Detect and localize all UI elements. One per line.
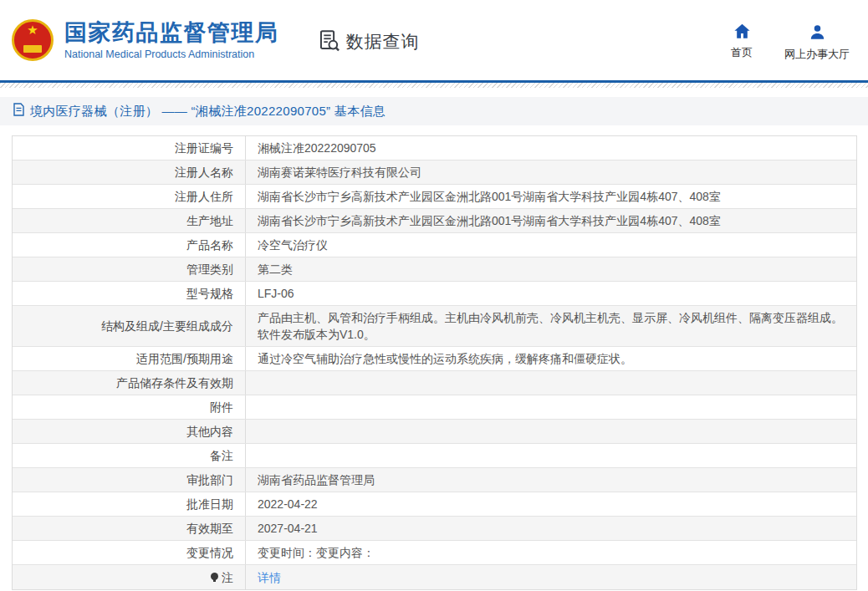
row-value: 2027-04-21 bbox=[246, 517, 856, 540]
row-value: 湖南省药品监督管理局 bbox=[246, 468, 856, 492]
row-value: 湖南省长沙市宁乡高新技术产业园区金洲北路001号湖南省大学科技产业园4栋407、… bbox=[246, 185, 856, 208]
row-label: 注册人住所 bbox=[13, 185, 246, 208]
row-label-text: 型号规格 bbox=[186, 285, 233, 302]
brand-text: 国家药品监督管理局 National Medical Products Admi… bbox=[64, 19, 279, 62]
header-hatch-band bbox=[0, 83, 868, 88]
row-label-text: 管理类别 bbox=[186, 261, 233, 278]
page-title: 境内医疗器械（注册） —— “湘械注准20222090705” 基本信息 bbox=[30, 104, 385, 120]
table-row: 管理类别第二类 bbox=[13, 257, 856, 282]
table-row: 有效期至2027-04-21 bbox=[13, 517, 856, 541]
document-search-icon bbox=[318, 29, 340, 55]
table-row: 审批部门湖南省药品监督管理局 bbox=[13, 468, 856, 492]
row-value: 湘械注准20222090705 bbox=[246, 136, 856, 160]
row-value: 湖南赛诺莱特医疗科技有限公司 bbox=[246, 160, 856, 184]
row-value: 2022-04-22 bbox=[246, 492, 856, 516]
row-label: 适用范围/预期用途 bbox=[13, 347, 246, 370]
table-row: 批准日期2022-04-22 bbox=[13, 492, 856, 517]
row-value: 通过冷空气辅助治疗急性或慢性的运动系统疾病，缓解疼痛和僵硬症状。 bbox=[246, 347, 856, 370]
table-row: 备注 bbox=[13, 444, 856, 468]
nav-item-label: 网上办事大厅 bbox=[784, 47, 850, 62]
org-name-zh: 国家药品监督管理局 bbox=[64, 19, 279, 46]
table-row: 型号规格LFJ-06 bbox=[13, 282, 856, 306]
table-row: 结构及组成/主要组成成分产品由主机、风管和治疗手柄组成。主机由冷风机前壳、冷风机… bbox=[13, 306, 856, 347]
info-table: 注册证编号湘械注准20222090705注册人名称湖南赛诺莱特医疗科技有限公司注… bbox=[12, 135, 857, 590]
org-name-en: National Medical Products Administration bbox=[64, 48, 279, 62]
row-label: 生产地址 bbox=[13, 209, 246, 232]
row-label: 审批部门 bbox=[13, 468, 246, 492]
row-label: 附件 bbox=[13, 395, 246, 419]
table-row: 注册人名称湖南赛诺莱特医疗科技有限公司 bbox=[13, 160, 856, 185]
row-label: 注 bbox=[13, 565, 246, 589]
nav-item-home[interactable]: 首页 bbox=[731, 23, 753, 62]
row-value: 冷空气治疗仪 bbox=[246, 233, 856, 257]
home-icon bbox=[733, 23, 751, 43]
row-label-text: 附件 bbox=[210, 399, 233, 415]
nav-item-label: 首页 bbox=[731, 45, 753, 60]
site-header: ★ 国家药品监督管理局 National Medical Products Ad… bbox=[0, 0, 868, 80]
row-label: 注册证编号 bbox=[13, 136, 246, 160]
row-label: 变更情况 bbox=[13, 541, 246, 564]
table-row: 适用范围/预期用途通过冷空气辅助治疗急性或慢性的运动系统疾病，缓解疼痛和僵硬症状… bbox=[13, 347, 856, 371]
table-row: 产品名称冷空气治疗仪 bbox=[13, 233, 856, 257]
row-label-text: 结构及组成/主要组成成分 bbox=[101, 318, 233, 334]
table-row: 其他内容 bbox=[13, 420, 856, 444]
document-icon bbox=[13, 103, 24, 120]
row-label: 备注 bbox=[13, 444, 246, 467]
row-value: 第二类 bbox=[246, 257, 856, 281]
row-label-text: 备注 bbox=[210, 447, 233, 464]
row-label-text: 有效期至 bbox=[186, 520, 233, 537]
row-value: 产品由主机、风管和治疗手柄组成。主机由冷风机前壳、冷风机主机壳、显示屏、冷风机组… bbox=[246, 306, 856, 346]
row-label-text: 注册人住所 bbox=[175, 188, 233, 205]
table-row: 变更情况变更时间：变更内容： bbox=[13, 541, 856, 565]
data-query-section[interactable]: 数据查询 bbox=[318, 29, 420, 55]
row-label: 产品名称 bbox=[13, 233, 246, 257]
row-label: 其他内容 bbox=[13, 420, 246, 443]
nav-item-service-hall[interactable]: 网上办事大厅 bbox=[784, 23, 850, 62]
row-label: 结构及组成/主要组成成分 bbox=[13, 306, 246, 346]
table-row: 产品储存条件及有效期 bbox=[13, 371, 856, 395]
row-value: 变更时间：变更内容： bbox=[246, 541, 856, 564]
row-value bbox=[246, 452, 856, 459]
row-label: 产品储存条件及有效期 bbox=[13, 371, 246, 395]
row-label-text: 适用范围/预期用途 bbox=[136, 350, 233, 367]
row-value bbox=[246, 404, 856, 410]
row-label-text: 注册证编号 bbox=[175, 140, 233, 156]
table-row: 生产地址湖南省长沙市宁乡高新技术产业园区金洲北路001号湖南省大学科技产业园4栋… bbox=[13, 209, 856, 233]
row-label-text: 变更情况 bbox=[186, 544, 233, 561]
page-title-bar: 境内医疗器械（注册） —— “湘械注准20222090705” 基本信息 bbox=[0, 97, 868, 125]
table-row: 注详情 bbox=[13, 565, 856, 589]
user-icon bbox=[809, 23, 826, 44]
row-label-text: 产品名称 bbox=[186, 237, 233, 253]
row-label-text: 产品储存条件及有效期 bbox=[116, 374, 233, 391]
row-label: 型号规格 bbox=[13, 282, 246, 305]
national-emblem-logo: ★ bbox=[12, 19, 54, 61]
row-label: 管理类别 bbox=[13, 257, 246, 281]
header-nav: 首页 网上办事大厅 bbox=[731, 18, 850, 62]
detail-link[interactable]: 详情 bbox=[258, 571, 281, 584]
row-label: 批准日期 bbox=[13, 492, 246, 516]
table-row: 注册人住所湖南省长沙市宁乡高新技术产业园区金洲北路001号湖南省大学科技产业园4… bbox=[13, 185, 856, 209]
table-row: 附件 bbox=[13, 395, 856, 420]
row-label: 有效期至 bbox=[13, 517, 246, 540]
row-value: 详情 bbox=[246, 566, 856, 589]
row-label-text: 注册人名称 bbox=[175, 164, 233, 181]
row-label-text: 生产地址 bbox=[186, 212, 233, 229]
row-label: 注册人名称 bbox=[13, 160, 246, 184]
row-label-text: 其他内容 bbox=[186, 423, 233, 440]
data-query-label: 数据查询 bbox=[346, 30, 420, 53]
row-value: 湖南省长沙市宁乡高新技术产业园区金洲北路001号湖南省大学科技产业园4栋407、… bbox=[246, 209, 856, 232]
row-value bbox=[246, 428, 856, 435]
bulb-icon bbox=[211, 573, 219, 582]
table-row: 注册证编号湘械注准20222090705 bbox=[13, 136, 856, 160]
row-label-text: 批准日期 bbox=[186, 496, 233, 512]
emblem-star-icon: ★ bbox=[27, 23, 38, 36]
brand-link[interactable]: ★ 国家药品监督管理局 National Medical Products Ad… bbox=[12, 19, 279, 62]
row-label-text: 注 bbox=[222, 569, 233, 586]
row-value: LFJ-06 bbox=[246, 282, 856, 305]
row-label-text: 审批部门 bbox=[186, 471, 233, 488]
row-value bbox=[246, 380, 856, 386]
